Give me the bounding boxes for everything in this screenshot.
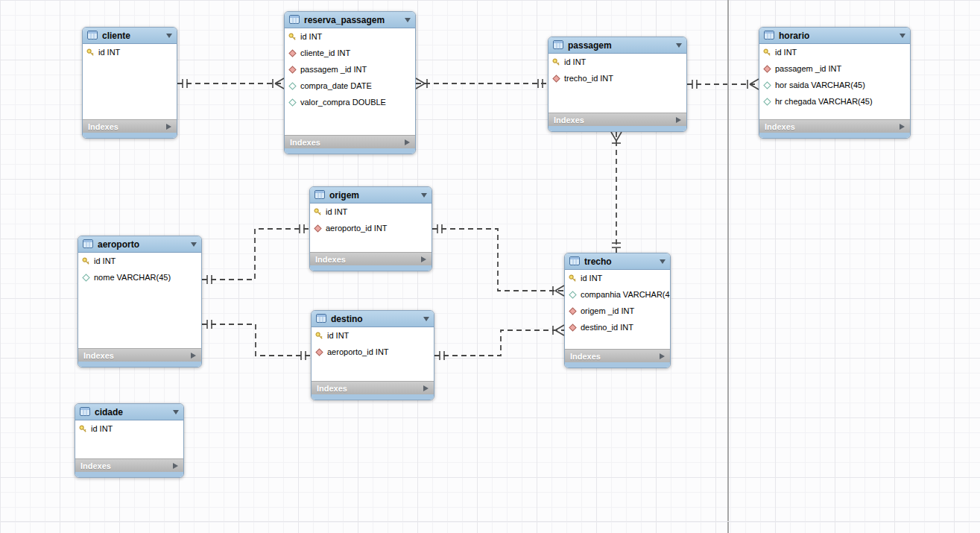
- indexes-bar[interactable]: Indexes: [78, 348, 201, 362]
- relationship-line[interactable]: [432, 229, 564, 291]
- column-text: trecho_id INT: [564, 74, 613, 83]
- primary-key-icon: [552, 58, 560, 66]
- chevron-down-icon[interactable]: [660, 259, 666, 264]
- column-row[interactable]: id INT: [83, 44, 177, 60]
- table-card-reserva_passagem[interactable]: reserva_passagem id INTcliente_id INTpas…: [284, 11, 416, 154]
- table-header[interactable]: cliente: [83, 28, 177, 44]
- table-card-cidade[interactable]: cidade id INT Indexes: [75, 403, 184, 478]
- expand-right-icon[interactable]: [421, 256, 426, 262]
- column-row[interactable]: origem _id INT: [565, 303, 670, 319]
- table-card-destino[interactable]: destino id INTaeroporto_id INT Indexes: [311, 310, 434, 400]
- expand-right-icon[interactable]: [423, 385, 429, 391]
- expand-right-icon[interactable]: [660, 353, 665, 359]
- table-header[interactable]: origem: [310, 187, 431, 204]
- indexes-bar[interactable]: Indexes: [285, 135, 415, 148]
- table-header[interactable]: reserva_passagem: [285, 12, 415, 28]
- table-header[interactable]: aeroporto: [78, 236, 201, 253]
- column-row[interactable]: valor_compra DOUBLE: [285, 94, 415, 110]
- chevron-down-icon[interactable]: [173, 410, 179, 414]
- column-row[interactable]: hr chegada VARCHAR(45): [759, 93, 910, 110]
- column-icon: [569, 291, 577, 299]
- indexes-bar[interactable]: Indexes: [75, 458, 183, 472]
- chevron-down-icon[interactable]: [405, 18, 411, 22]
- column-row[interactable]: id INT: [78, 253, 201, 269]
- column-row[interactable]: passagem _id INT: [285, 61, 415, 78]
- foreign-key-icon: [288, 66, 297, 74]
- column-row[interactable]: destino_id INT: [565, 319, 670, 335]
- column-row[interactable]: aeroporto_id INT: [312, 344, 434, 360]
- expand-right-icon[interactable]: [900, 124, 905, 130]
- column-row[interactable]: id INT: [75, 420, 183, 437]
- indexes-label: Indexes: [80, 461, 111, 470]
- expand-right-icon[interactable]: [405, 139, 410, 145]
- indexes-label: Indexes: [315, 255, 346, 264]
- primary-key-icon: [314, 208, 322, 216]
- column-text: passagem _id INT: [300, 65, 367, 74]
- column-text: cliente_id INT: [300, 48, 350, 57]
- chevron-down-icon[interactable]: [166, 34, 172, 38]
- column-row[interactable]: id INT: [759, 44, 910, 60]
- table-header[interactable]: cidade: [75, 404, 183, 420]
- relationship-line[interactable]: [202, 229, 309, 280]
- indexes-bar[interactable]: Indexes: [565, 349, 670, 362]
- indexes-bar[interactable]: Indexes: [83, 119, 177, 133]
- expand-right-icon[interactable]: [191, 353, 196, 359]
- table-card-aeroporto[interactable]: aeroporto id INTnome VARCHAR(45) Indexes: [78, 236, 202, 368]
- column-row[interactable]: cliente_id INT: [285, 45, 415, 61]
- table-card-origem[interactable]: origem id INTaeroporto_id INT Indexes: [309, 186, 432, 271]
- expand-right-icon[interactable]: [166, 124, 171, 130]
- indexes-label: Indexes: [83, 351, 114, 360]
- primary-key-icon: [763, 48, 771, 57]
- column-row[interactable]: id INT: [310, 204, 431, 220]
- indexes-bar[interactable]: Indexes: [759, 119, 910, 133]
- chevron-down-icon[interactable]: [421, 193, 427, 198]
- chevron-down-icon[interactable]: [676, 43, 682, 48]
- table-card-cliente[interactable]: cliente id INT Indexes: [82, 27, 177, 139]
- table-header[interactable]: passagem: [549, 37, 686, 54]
- indexes-bar[interactable]: Indexes: [549, 113, 686, 126]
- column-icon: [763, 98, 771, 106]
- primary-key-icon: [288, 33, 297, 41]
- relationship-line[interactable]: [202, 324, 311, 356]
- table-title: aeroporto: [98, 239, 139, 250]
- expand-right-icon[interactable]: [173, 463, 178, 469]
- diagram-canvas[interactable]: cliente id INT Indexes reserva_passagem …: [0, 0, 980, 533]
- chevron-down-icon[interactable]: [423, 317, 429, 321]
- table-card-horario[interactable]: horario id INTpassagem _id INThor saida …: [759, 27, 911, 139]
- column-text: aeroporto_id INT: [327, 347, 389, 356]
- table-card-passagem[interactable]: passagem id INTtrecho_id INT Indexes: [548, 37, 687, 132]
- table-icon: [569, 255, 580, 268]
- column-row[interactable]: id INT: [549, 54, 686, 70]
- table-header[interactable]: destino: [312, 311, 434, 327]
- expand-right-icon[interactable]: [676, 117, 681, 123]
- column-row[interactable]: id INT: [285, 28, 415, 45]
- table-columns: id INTcompanhia VARCHAR(4...origem _id I…: [565, 270, 670, 349]
- chevron-down-icon[interactable]: [900, 34, 905, 38]
- indexes-label: Indexes: [570, 352, 601, 361]
- table-columns: id INTnome VARCHAR(45): [78, 253, 201, 348]
- column-row[interactable]: id INT: [312, 327, 434, 344]
- table-title: reserva_passagem: [304, 15, 385, 25]
- indexes-bar[interactable]: Indexes: [310, 252, 431, 265]
- column-text: destino_id INT: [581, 323, 633, 332]
- chevron-down-icon[interactable]: [191, 242, 197, 247]
- table-title: horario: [779, 31, 809, 41]
- indexes-bar[interactable]: Indexes: [312, 381, 434, 394]
- table-columns: id INTaeroporto_id INT: [312, 327, 434, 381]
- column-row[interactable]: aeroporto_id INT: [310, 220, 431, 236]
- column-row[interactable]: companhia VARCHAR(4...: [565, 286, 670, 303]
- table-header[interactable]: trecho: [565, 253, 670, 270]
- relationship-line[interactable]: [434, 330, 564, 356]
- column-text: id INT: [775, 48, 797, 57]
- column-row[interactable]: trecho_id INT: [549, 70, 686, 86]
- column-text: id INT: [564, 57, 586, 66]
- table-header[interactable]: horario: [759, 28, 910, 44]
- column-row[interactable]: passagem _id INT: [759, 60, 910, 77]
- column-row[interactable]: nome VARCHAR(45): [78, 269, 201, 286]
- indexes-label: Indexes: [317, 384, 347, 393]
- column-row[interactable]: hor saida VARCHAR(45): [759, 77, 910, 93]
- column-row[interactable]: id INT: [565, 270, 670, 286]
- primary-key-icon: [79, 425, 87, 433]
- table-card-trecho[interactable]: trecho id INTcompanhia VARCHAR(4...orige…: [564, 253, 671, 368]
- column-row[interactable]: compra_date DATE: [285, 78, 415, 94]
